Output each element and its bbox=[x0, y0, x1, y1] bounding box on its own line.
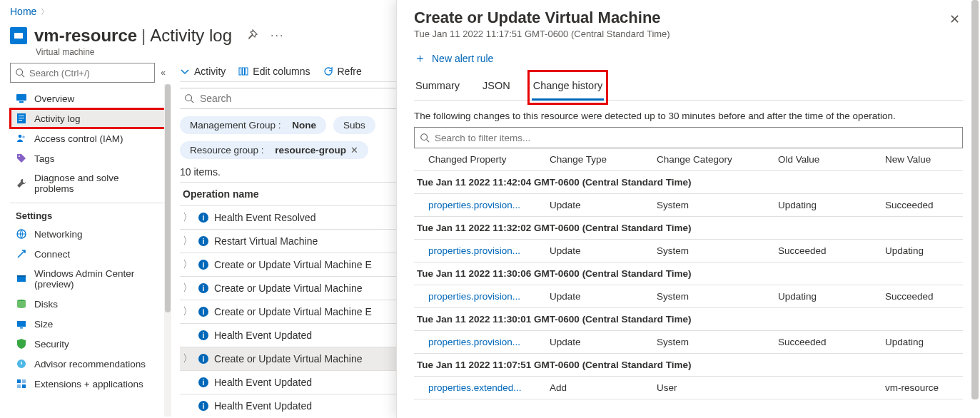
sidebar-item-security[interactable]: Security bbox=[10, 334, 166, 354]
sidebar-item-tags[interactable]: Tags bbox=[10, 148, 166, 168]
chevron-right-icon: 〉 bbox=[183, 282, 193, 295]
changed-property-link[interactable]: properties.provision... bbox=[428, 291, 542, 302]
tab-summary[interactable]: Summary bbox=[414, 74, 461, 100]
change-group-timestamp: Tue Jan 11 2022 11:30:06 GMT-0600 (Centr… bbox=[414, 262, 963, 285]
sidebar-item-connect[interactable]: Connect bbox=[10, 244, 166, 264]
changed-property-link[interactable]: properties.provision... bbox=[428, 245, 542, 256]
change-type-value: Update bbox=[550, 337, 650, 347]
sidebar-item-label: Tags bbox=[34, 153, 55, 164]
old-value: Succeeded bbox=[778, 337, 878, 347]
log-icon bbox=[16, 113, 27, 124]
advisor-icon bbox=[16, 358, 27, 369]
shield-icon bbox=[16, 338, 27, 350]
sidebar-item-label: Disks bbox=[34, 299, 58, 310]
new-value: Succeeded bbox=[885, 200, 980, 210]
sidebar-section-settings: Settings bbox=[10, 203, 166, 224]
sidebar-item-windows-admin-center-preview-[interactable]: Windows Admin Center (preview) bbox=[10, 264, 166, 294]
connect-icon bbox=[16, 248, 27, 260]
change-category-value: System bbox=[657, 200, 771, 210]
sidebar-item-disks[interactable]: Disks bbox=[10, 294, 166, 314]
panel-tabs: Summary JSON Change history bbox=[414, 74, 963, 101]
pin-icon[interactable] bbox=[246, 29, 258, 43]
svg-point-8 bbox=[19, 156, 20, 157]
tab-change-history[interactable]: Change history bbox=[532, 74, 605, 101]
chevron-right-icon: 〉 bbox=[183, 258, 193, 271]
filter-pill-resource-group[interactable]: Resource group : resource-group ✕ bbox=[180, 141, 368, 159]
sidebar-item-advisor-recommendations[interactable]: Advisor recommendations bbox=[10, 354, 166, 374]
collapse-sidebar-icon[interactable]: « bbox=[161, 68, 166, 78]
more-icon[interactable]: ··· bbox=[271, 29, 284, 42]
activity-dropdown[interactable]: Activity bbox=[180, 66, 226, 77]
refresh-button[interactable]: Refre bbox=[323, 66, 362, 77]
ext-icon bbox=[16, 378, 27, 389]
sidebar-item-diagnose-and-solve-problems[interactable]: Diagnose and solve problems bbox=[10, 168, 166, 198]
changed-property-link[interactable]: properties.provision... bbox=[428, 337, 542, 347]
plus-icon: ＋ bbox=[414, 52, 426, 64]
sidebar-item-label: Extensions + applications bbox=[34, 379, 143, 389]
svg-rect-22 bbox=[246, 68, 248, 75]
col-changed-property[interactable]: Changed Property bbox=[428, 154, 542, 165]
change-row[interactable]: properties.provision...UpdateSystemUpdat… bbox=[414, 285, 963, 308]
svg-rect-17 bbox=[22, 379, 26, 383]
monitor-icon bbox=[16, 93, 27, 104]
sidebar-item-label: Access control (IAM) bbox=[34, 133, 123, 144]
operation-name-label: Create or Update Virtual Machine bbox=[214, 353, 363, 365]
sidebar-item-extensions-applications[interactable]: Extensions + applications bbox=[10, 374, 166, 394]
sidebar-item-size[interactable]: Size bbox=[10, 314, 166, 334]
col-change-category[interactable]: Change Category bbox=[657, 154, 771, 165]
sidebar-item-activity-log[interactable]: Activity log bbox=[10, 108, 166, 128]
col-change-type[interactable]: Change Type bbox=[550, 154, 650, 165]
panel-title: Create or Update Virtual Machine bbox=[414, 9, 670, 27]
old-value: Updating bbox=[778, 200, 878, 210]
svg-rect-19 bbox=[22, 384, 26, 388]
svg-rect-18 bbox=[17, 384, 21, 388]
page-scrollbar[interactable] bbox=[971, 0, 979, 418]
sidebar-item-label: Diagnose and solve problems bbox=[34, 173, 160, 194]
vm-icon bbox=[10, 27, 27, 44]
info-icon: i bbox=[198, 307, 208, 317]
changed-property-link[interactable]: properties.provision... bbox=[428, 200, 542, 210]
change-row[interactable]: properties.provision...UpdateSystemSucce… bbox=[414, 240, 963, 262]
filter-pill-subscription[interactable]: Subs bbox=[333, 116, 375, 134]
sidebar-search-input[interactable] bbox=[10, 63, 155, 83]
sidebar-item-label: Windows Admin Center (preview) bbox=[34, 268, 160, 290]
new-alert-rule-button[interactable]: ＋ New alert rule bbox=[414, 52, 493, 64]
sidebar-item-access-control-iam-[interactable]: Access control (IAM) bbox=[10, 128, 166, 148]
sidebar-item-label: Networking bbox=[34, 229, 83, 240]
edit-columns-button[interactable]: Edit columns bbox=[238, 66, 310, 77]
change-row[interactable]: properties.provision...UpdateSystemSucce… bbox=[414, 331, 963, 354]
filter-pill-management-group[interactable]: Management Group : None bbox=[180, 116, 326, 134]
col-old-value[interactable]: Old Value bbox=[778, 154, 878, 165]
sidebar-item-label: Activity log bbox=[34, 113, 81, 124]
sidebar-item-label: Advisor recommendations bbox=[34, 359, 146, 369]
new-value: vm-resource bbox=[885, 382, 980, 393]
change-group-timestamp: Tue Jan 11 2022 11:42:04 GMT-0600 (Centr… bbox=[414, 171, 963, 194]
refresh-icon bbox=[323, 66, 333, 76]
breadcrumb-home[interactable]: Home bbox=[10, 6, 36, 17]
remove-filter-icon[interactable]: ✕ bbox=[350, 145, 358, 156]
tab-json[interactable]: JSON bbox=[481, 74, 512, 100]
chevron-right-icon: 〉 bbox=[183, 235, 193, 248]
sidebar-item-networking[interactable]: Networking bbox=[10, 224, 166, 244]
change-category-value: User bbox=[657, 382, 771, 393]
change-row[interactable]: properties.extended...AddUservm-resource bbox=[414, 377, 963, 399]
new-value: Updating bbox=[885, 245, 980, 256]
close-icon[interactable]: ✕ bbox=[946, 9, 963, 30]
col-new-value[interactable]: New Value bbox=[885, 154, 980, 165]
operation-name-label: Health Event Updated bbox=[214, 377, 312, 388]
svg-rect-13 bbox=[17, 321, 26, 327]
change-group-timestamp: Tue Jan 11 2022 11:32:02 GMT-0600 (Centr… bbox=[414, 217, 963, 240]
change-table-header: Changed Property Change Type Change Cate… bbox=[414, 148, 963, 171]
sidebar-scrollbar[interactable] bbox=[164, 84, 171, 417]
disks-icon bbox=[16, 298, 27, 310]
change-row[interactable]: properties.provision...UpdateSystemUpdat… bbox=[414, 194, 963, 217]
info-icon: i bbox=[198, 401, 208, 411]
change-category-value: System bbox=[657, 291, 771, 302]
operation-name-label: Create or Update Virtual Machine E bbox=[214, 259, 372, 270]
changed-property-link[interactable]: properties.extended... bbox=[428, 382, 542, 393]
change-filter-input[interactable] bbox=[414, 127, 963, 148]
change-group-timestamp: Tue Jan 11 2022 11:30:01 GMT-0600 (Centr… bbox=[414, 308, 963, 331]
change-type-value: Update bbox=[550, 291, 650, 302]
info-icon: i bbox=[198, 283, 208, 293]
sidebar-item-overview[interactable]: Overview bbox=[10, 88, 166, 108]
